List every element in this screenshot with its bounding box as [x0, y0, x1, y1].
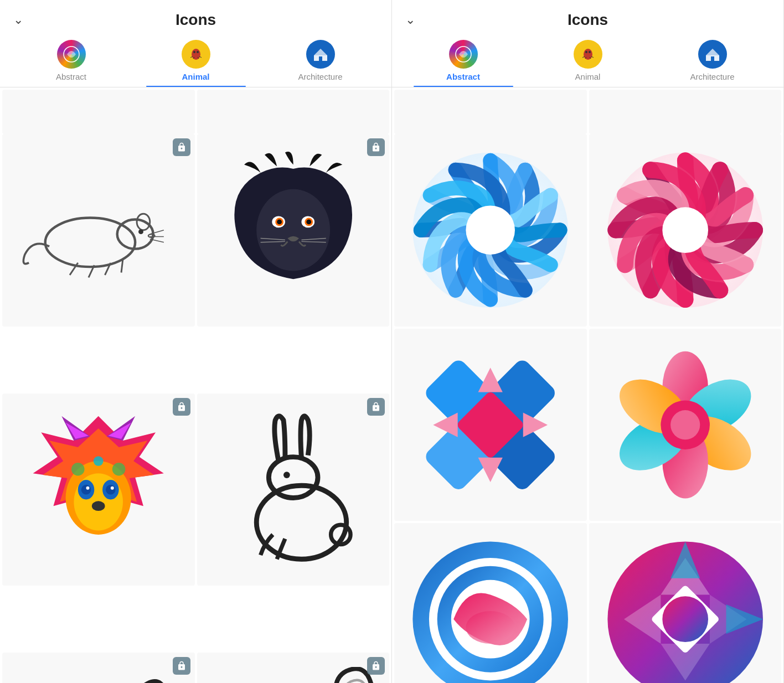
right-icons-grid: [392, 132, 783, 683]
lock-badge-wolf: [173, 398, 190, 416]
lock-badge-squirrel1: [173, 657, 190, 675]
svg-point-50: [94, 456, 104, 466]
svg-marker-85: [523, 412, 548, 437]
left-animal-label: Animal: [182, 72, 209, 81]
wolf-svg: [17, 408, 180, 571]
lock-icon: [177, 402, 187, 412]
right-arch-icon: [698, 40, 727, 69]
svg-point-103: [662, 596, 708, 642]
svg-point-66: [584, 49, 592, 60]
svg-point-41: [86, 486, 90, 489]
svg-point-100: [466, 611, 515, 644]
left-icons-grid: [0, 132, 391, 683]
right-partial-top-left[interactable]: [394, 90, 587, 134]
abstract-svg: [63, 45, 80, 63]
icon-diamond-pattern[interactable]: [394, 329, 587, 521]
icon-circle-waves[interactable]: [394, 523, 587, 683]
svg-point-53: [283, 472, 290, 478]
animal-svg: [187, 45, 205, 63]
svg-point-78: [662, 207, 708, 253]
svg-marker-87: [433, 412, 457, 437]
right-arch-label: Architecture: [690, 72, 734, 81]
svg-point-40: [106, 485, 116, 495]
svg-point-48: [71, 463, 85, 476]
icon-rabbit[interactable]: [197, 394, 390, 586]
right-tab-architecture[interactable]: Architecture: [650, 40, 775, 87]
partial-top-right[interactable]: [197, 90, 390, 134]
eye-diamond-svg: [604, 537, 767, 683]
arch-svg-left: [312, 45, 329, 63]
left-tab-animal[interactable]: Animal: [133, 40, 258, 87]
svg-point-42: [111, 486, 114, 489]
svg-point-68: [589, 51, 591, 53]
right-tab-animal[interactable]: Animal: [525, 40, 650, 87]
right-animal-icon: [574, 40, 602, 69]
lock-badge-squirrel2: [367, 657, 385, 675]
lock-icon: [371, 142, 381, 152]
lock-badge-rat: [173, 138, 190, 156]
animal-icon: [182, 40, 210, 69]
lock-badge-lion: [367, 138, 385, 156]
right-chevron-icon[interactable]: ⌄: [405, 13, 415, 27]
svg-point-39: [81, 485, 91, 495]
icon-wolf[interactable]: [2, 394, 195, 586]
right-partial-top-right[interactable]: [589, 90, 782, 134]
right-header: ⌄ Icons: [392, 0, 783, 34]
right-abstract-label: Abstract: [446, 72, 480, 81]
icon-squirrel2[interactable]: [197, 653, 390, 683]
svg-point-13: [138, 229, 143, 234]
squirrel1-svg: [17, 667, 180, 683]
left-arch-label: Architecture: [298, 72, 342, 81]
svg-point-49: [112, 463, 126, 476]
svg-point-67: [585, 51, 587, 53]
circle-waves-svg: [409, 537, 572, 683]
icon-lion[interactable]: [197, 134, 390, 327]
svg-rect-74: [711, 56, 714, 61]
lock-icon: [177, 142, 187, 152]
svg-point-28: [306, 220, 311, 225]
icon-flower[interactable]: [589, 329, 782, 521]
icon-spiral-pink[interactable]: [589, 134, 782, 327]
rat-svg: [17, 148, 180, 312]
svg-point-52: [269, 457, 318, 498]
left-header: ⌄ Icons: [0, 0, 391, 34]
icon-eye-diamond[interactable]: [589, 523, 782, 683]
lock-icon: [177, 661, 187, 671]
diamond-svg: [409, 343, 572, 506]
lock-badge-rabbit: [367, 398, 385, 416]
svg-point-76: [466, 205, 515, 255]
svg-point-95: [670, 410, 700, 439]
right-tab-abstract[interactable]: Abstract: [401, 40, 525, 87]
left-tabs: Abstract Animal: [0, 34, 391, 87]
right-tabs: Abstract Animal: [392, 34, 783, 87]
lock-icon: [371, 402, 381, 412]
right-animal-label: Animal: [575, 72, 601, 81]
spiral-pink-svg: [604, 148, 767, 312]
right-panel: ⌄ Icons Abstract: [392, 0, 784, 683]
icon-spiral-blue[interactable]: [394, 134, 587, 327]
rabbit-svg: [212, 408, 375, 571]
left-abstract-label: Abstract: [56, 72, 86, 81]
icon-squirrel1[interactable]: [2, 653, 195, 683]
right-abstract-svg: [455, 45, 472, 63]
svg-point-3: [197, 51, 199, 53]
svg-marker-86: [478, 457, 503, 482]
flower-svg: [604, 343, 767, 506]
left-panel: ⌄ Icons Abstract: [0, 0, 392, 683]
right-animal-svg: [579, 45, 597, 63]
left-chevron-icon[interactable]: ⌄: [13, 13, 23, 27]
arch-icon-left: [306, 40, 335, 69]
squirrel2-svg: [212, 667, 375, 683]
svg-point-2: [193, 51, 195, 53]
abstract-icon: [57, 40, 86, 69]
spiral-blue-svg: [409, 148, 572, 312]
svg-rect-9: [319, 56, 322, 61]
svg-point-27: [277, 220, 282, 225]
icon-rat[interactable]: [2, 134, 195, 327]
left-tab-architecture[interactable]: Architecture: [258, 40, 383, 87]
right-abstract-icon: [449, 40, 478, 69]
right-arch-svg: [704, 45, 721, 63]
lock-icon: [371, 661, 381, 671]
partial-top-left[interactable]: [2, 90, 195, 134]
left-tab-abstract[interactable]: Abstract: [9, 40, 133, 87]
